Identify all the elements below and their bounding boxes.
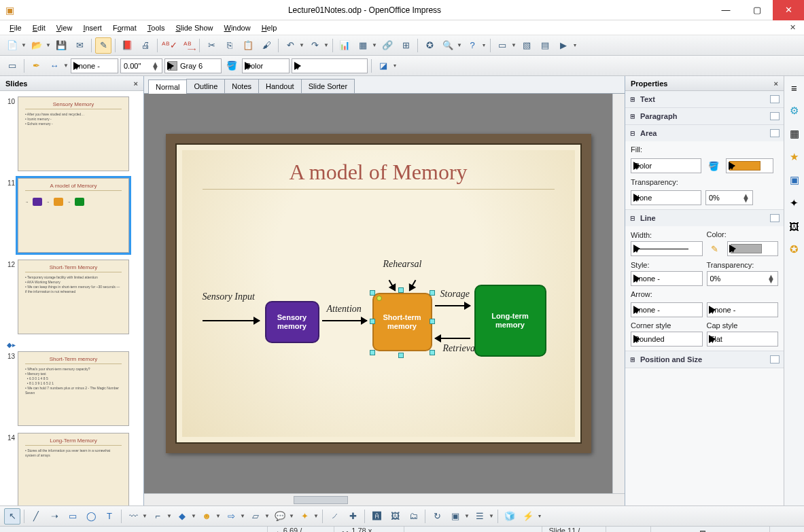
rectangle-tool[interactable]: ▭ <box>65 508 81 525</box>
alignment-tool[interactable]: ▣ <box>447 508 464 525</box>
navigator-button[interactable]: ✪ <box>421 37 438 54</box>
document-close-button[interactable]: ✕ <box>785 23 800 32</box>
master-pages-tab-icon[interactable]: ▦ <box>787 126 802 141</box>
area-more-icon[interactable] <box>770 129 780 137</box>
menu-tools[interactable]: Tools <box>142 22 171 34</box>
slide-thumb-14[interactable]: 14 Long-Term Memory• Stores all the info… <box>3 433 141 506</box>
adjust-handle[interactable] <box>377 296 382 301</box>
maximize-button[interactable]: ▢ <box>741 0 773 20</box>
show-grid-button[interactable]: ⊞ <box>398 37 414 54</box>
text-more-icon[interactable] <box>770 95 780 103</box>
hyperlink-button[interactable]: 🔗 <box>379 37 396 54</box>
slide-canvas[interactable]: A model of Memory Sensory Input Sensory … <box>144 94 612 493</box>
line-tool[interactable]: ╱ <box>28 508 44 525</box>
arrow-tool[interactable]: ➝ <box>46 508 63 525</box>
shadow-button[interactable]: ◪ <box>375 58 391 74</box>
open-button[interactable]: 📂 <box>29 37 45 54</box>
menu-slideshow[interactable]: Slide Show <box>170 22 218 34</box>
redo-dropdown[interactable]: ▼ <box>324 42 329 48</box>
paragraph-more-icon[interactable] <box>770 112 780 120</box>
fill-bucket-icon[interactable]: 🪣 <box>224 58 240 74</box>
arrow-style-dropdown[interactable]: ▼ <box>63 63 69 69</box>
tab-handout[interactable]: Handout <box>258 79 302 93</box>
custom-animation-tab-icon[interactable]: ★ <box>787 149 802 164</box>
fill-mode-combo[interactable]: Color▼ <box>631 158 701 173</box>
slide-layout-button[interactable]: ▤ <box>537 37 553 54</box>
line-color-icon[interactable]: ✒ <box>28 58 44 74</box>
fill-color-combo[interactable]: ▼ <box>726 158 773 173</box>
symbol-shapes-tool[interactable]: ☻ <box>198 508 215 525</box>
tab-sorter[interactable]: Slide Sorter <box>301 79 355 93</box>
open-dropdown[interactable]: ▼ <box>46 42 51 48</box>
rotate-tool[interactable]: ↻ <box>429 508 445 525</box>
export-pdf-button[interactable]: 📕 <box>119 37 135 54</box>
drawing-toolbar-overflow[interactable]: ▾ <box>537 513 542 519</box>
extrusion-tool[interactable]: 🧊 <box>502 508 518 525</box>
pos-more-icon[interactable] <box>770 355 780 363</box>
presentation-button[interactable]: ▶ <box>555 37 572 54</box>
slide-transition-tab-icon[interactable]: ▣ <box>787 173 802 188</box>
fill-color-combo[interactable]: ▼ <box>292 58 368 73</box>
stars-tool[interactable]: ✦ <box>296 508 313 525</box>
vertical-scrollbar[interactable] <box>612 94 625 493</box>
gallery-tool[interactable]: 🗂 <box>405 508 421 525</box>
menu-window[interactable]: Window <box>219 22 256 34</box>
handle[interactable] <box>430 350 435 355</box>
handle[interactable] <box>430 290 435 296</box>
print-button[interactable]: 🖨 <box>137 37 154 54</box>
box-long-term[interactable]: Long-term memory <box>474 285 546 357</box>
slides-panel-close[interactable]: × <box>134 79 138 88</box>
line-toolbar-overflow[interactable]: ▾ <box>392 63 398 69</box>
copy-button[interactable]: ⎘ <box>222 37 238 54</box>
zoom-percent[interactable]: 46% <box>769 527 799 532</box>
chart-button[interactable]: 📊 <box>336 37 353 54</box>
line-color-pen-icon[interactable]: ✎ <box>707 241 723 257</box>
text-tool[interactable]: T <box>101 508 118 525</box>
new-doc-button[interactable]: 📄 <box>4 37 20 54</box>
points-tool[interactable]: ⟋ <box>326 508 343 525</box>
zoom-controls[interactable]: ⊖ ⊕ <box>650 527 757 532</box>
tab-normal[interactable]: Normal <box>148 79 187 94</box>
edit-file-button[interactable]: ✎ <box>95 37 111 54</box>
properties-tab-icon[interactable]: ⚙ <box>787 103 802 118</box>
zoom-button[interactable]: 🔍 <box>440 37 456 54</box>
ellipse-tool[interactable]: ◯ <box>83 508 99 525</box>
undo-dropdown[interactable]: ▼ <box>299 42 304 48</box>
undo-button[interactable]: ↶ <box>282 37 298 54</box>
slide-thumb-12[interactable]: 12 Short-Term Memory• Temporary storage … <box>3 260 141 334</box>
email-button[interactable]: ✉ <box>71 37 88 54</box>
handle[interactable] <box>370 290 375 296</box>
minimize-button[interactable]: — <box>710 0 741 20</box>
toolbar-overflow-2[interactable]: ▾ <box>572 42 578 48</box>
section-position-size[interactable]: ⊞Position and Size <box>625 351 784 368</box>
horizontal-scrollbar[interactable] <box>144 493 625 506</box>
arrow-style-button[interactable]: ↔ <box>46 58 63 74</box>
close-button[interactable]: ✕ <box>773 0 804 20</box>
tab-outline[interactable]: Outline <box>186 79 225 93</box>
curve-tool[interactable]: 〰 <box>125 508 141 525</box>
autospell-button[interactable]: ᴬᴮ͢ <box>179 37 196 54</box>
slides-scroll[interactable]: 10 Sensory Memory• After you have studie… <box>0 91 143 506</box>
toolbar-overflow-1[interactable]: ▾ <box>481 42 487 48</box>
from-file-tool[interactable]: 🖼 <box>387 508 403 525</box>
fontwork-tool[interactable]: 🅰 <box>368 508 385 525</box>
slide-thumb-13[interactable]: 13 Short-Term memory• What's your short-… <box>3 351 141 426</box>
menu-format[interactable]: Format <box>107 22 142 34</box>
callout-tool[interactable]: 💬 <box>272 508 288 525</box>
arrange-button[interactable]: ▭ <box>4 58 20 74</box>
paste-button[interactable]: 📋 <box>240 37 256 54</box>
menu-help[interactable]: Help <box>256 22 283 34</box>
gluepoints-tool[interactable]: ✚ <box>345 508 361 525</box>
section-text[interactable]: ⊞Text <box>625 91 784 108</box>
block-arrows-tool[interactable]: ⇨ <box>223 508 239 525</box>
slide-thumb-11[interactable]: 11 A model of Memory →→→ <box>3 178 141 253</box>
line-color-combo[interactable]: Gray 6▼ <box>164 58 222 73</box>
box-short-term[interactable]: Short-term memory <box>372 293 432 351</box>
transparency-value-spinner[interactable]: 0%▲▼ <box>705 190 753 205</box>
line-transparency-spinner[interactable]: 0%▲▼ <box>707 271 779 286</box>
corner-style-combo[interactable]: Rounded▼ <box>631 332 703 347</box>
menu-view[interactable]: View <box>51 22 78 34</box>
handle[interactable] <box>370 350 375 355</box>
transparency-mode-combo[interactable]: None▼ <box>631 190 701 205</box>
handle[interactable] <box>430 319 435 324</box>
